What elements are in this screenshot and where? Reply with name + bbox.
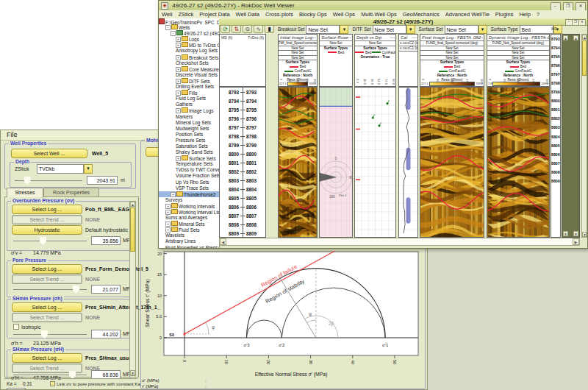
menu-cross-plots[interactable]: Cross-plots [262,11,296,18]
track-header-buttons[interactable]: +++ [311,35,316,40]
tree-expand-icon[interactable]: - [165,25,171,30]
tree-expand-icon[interactable]: + [176,43,181,48]
fill-style-icon[interactable]: ▮ [265,25,274,33]
tree-expand-icon[interactable]: + [171,192,176,197]
tree-expand-icon[interactable]: + [176,156,181,161]
shmin-select-log-button[interactable]: Select Log ... [12,302,82,312]
isotropic-checkbox[interactable] [13,324,19,330]
menu-well-data[interactable]: Well Data [233,11,262,18]
track-body-final[interactable] [420,87,484,238]
chevron-down-icon[interactable]: ▼ [406,25,415,34]
menu--[interactable]: ? [534,11,542,18]
tree-item[interactable]: Surveys [159,197,219,203]
tree-item[interactable]: Markers [159,114,219,120]
menu-help[interactable]: Help [516,11,533,18]
shmin-field[interactable]: 44.202 [91,330,121,338]
tree-expand-icon[interactable]: + [176,91,181,96]
combo-2[interactable]: New Set▼ [445,25,487,34]
track-header-buttons[interactable]: +++ [412,35,417,40]
pore-slider-thumb[interactable] [73,286,79,294]
tree-item[interactable]: Fluid Properties vs Pressure Sets [159,245,219,248]
tree-item[interactable]: Arbitrary Lines [159,238,219,244]
track-header-buttons[interactable]: +++ [543,35,548,40]
tree-item[interactable]: +Logs [159,36,219,42]
tree-expand-icon[interactable]: + [165,210,171,215]
tree-expand-icon[interactable]: + [165,204,171,209]
overburden-select-trend-button[interactable]: Select Trend ... [12,215,82,224]
tree-item[interactable]: Saturation Sets [159,143,219,149]
depth-slider[interactable] [15,180,82,181]
overburden-slider-thumb[interactable] [40,237,46,245]
updown-arrows-icon[interactable]: ⇅ [232,25,241,33]
tree-item[interactable]: Up Vs Rho Sets [159,180,219,185]
horizontal-scrollbar[interactable]: ◀ ▶ [219,238,580,246]
tree-item[interactable]: Pressure Sets [159,138,219,143]
menu-project-data[interactable]: Project Data [196,11,232,18]
overburden-slider[interactable] [13,241,87,241]
zstick-combo[interactable]: TVDkb ▼ [37,164,93,174]
tree-item[interactable]: +Working Intervals [159,203,219,209]
link-sigma-checkbox[interactable] [50,381,55,386]
tree-item[interactable]: Volume Fraction Sets [159,173,219,179]
chevron-down-icon[interactable]: ▼ [478,25,487,34]
tree-item[interactable]: +Mineral Sets [159,221,219,227]
menu-well-ops[interactable]: Well Ops [330,11,358,18]
tree-item[interactable]: Gathers [159,102,219,107]
menu-plugins[interactable]: Plugins [492,11,517,18]
tree-item[interactable]: VSP Trace Sets [159,185,219,191]
tree-item[interactable]: Drilling Event Sets [159,84,219,90]
menu-blocky-ops[interactable]: Blocky Ops [296,11,330,18]
tree-item[interactable]: +MD to TvDss Conversions [159,42,219,48]
overburden-field[interactable]: 35.856 [91,236,121,245]
tree-item[interactable]: +Working Interval Lists [159,209,219,215]
tree-item[interactable]: Discrete Visual Sets [159,72,219,78]
shmin-slider-thumb[interactable] [41,330,48,338]
tree-item[interactable]: TvDss to TWT Conversions [159,167,219,173]
chevron-down-icon[interactable]: ▼ [84,164,93,174]
tadpole-icon[interactable]: ⊙ [243,25,252,33]
tree-item[interactable]: +Breakout Sets [159,54,219,60]
vertical-scrollbar[interactable]: ▲ ▼ [581,34,587,238]
depth-field[interactable]: 2043.91 [87,176,118,185]
combo-1[interactable]: New Set▼ [373,25,415,34]
tree-item[interactable]: Mudweight Sets [159,126,219,132]
track-header-buttons[interactable]: +++ [346,35,351,40]
hydrostatic-button[interactable]: Hydrostatic [12,225,82,235]
tree-expand-icon[interactable]: + [176,79,181,84]
chevron-down-icon[interactable]: ▼ [340,25,348,34]
track-body-dynamic[interactable] [487,87,550,238]
track-header-buttons[interactable]: +++ [478,35,483,40]
pore-slider[interactable] [13,289,87,290]
track-body-cal[interactable] [398,87,418,238]
tree-expand-icon[interactable]: + [176,55,181,60]
panel-scrollbar[interactable]: ▲ ▼ [129,201,136,376]
track-header-buttons[interactable]: +++ [390,35,395,40]
overview-track[interactable]: ▲ ▲ ▼ ▼ [562,34,580,238]
wave-icon[interactable]: ∿ [254,25,263,33]
tree-expand-icon[interactable]: + [176,37,181,42]
tree-item[interactable]: +Fluid Sets [159,227,219,233]
menu-geomechanics[interactable]: GeoMechanics [400,11,442,18]
shmin-select-trend-button[interactable]: Select Trend ... [12,313,82,322]
tree-item[interactable]: Sums and Averages [159,215,219,221]
tree-expand-icon[interactable]: + [165,221,171,227]
tree-item[interactable]: +Fills [159,90,219,96]
tree-expand-icon[interactable]: + [176,67,181,72]
combo-0[interactable]: New Set▼ [306,25,348,34]
pore-field[interactable]: 21.077 [91,285,121,294]
track-body-dip[interactable] [354,87,396,238]
tree-item[interactable]: -Wells [159,24,219,30]
tree-item[interactable]: Anisotropy Log Sets [159,48,219,54]
shmax-select-log-button[interactable]: Select Log ... [12,353,82,363]
menu-advanced-welltie[interactable]: Advanced WellTie [442,11,492,18]
tree-root[interactable]: F:\GeoTrainingPv_SPC_Dataset_SG-SW.rok [159,18,219,24]
tree-item[interactable]: +Core Measurements [159,66,219,72]
tree-item[interactable]: Position Sets [159,132,219,138]
menu-zstick[interactable]: ZStick [175,11,196,18]
overburden-select-log-button[interactable]: Select Log ... [12,205,82,214]
menu-well[interactable]: Well [159,11,175,18]
menu-file[interactable]: File [1,131,24,138]
viewer-titlebar[interactable]: ◆ 49/26-27 s2 (49/26-27Y) - RokDoc Well … [159,1,587,11]
depth-slider-thumb[interactable] [24,177,31,185]
tree-item[interactable]: Mineral Log Sets [159,120,219,126]
